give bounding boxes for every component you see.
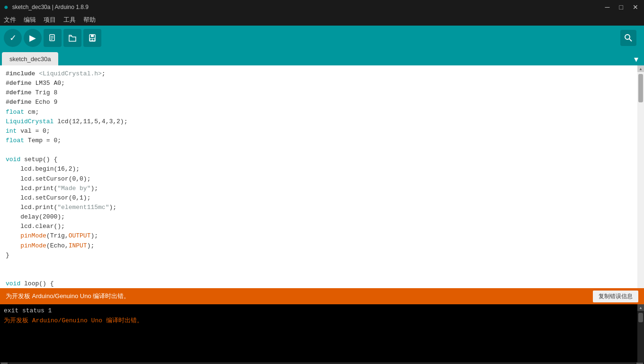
editor-area: #include <LiquidCrystal.h>; #define LM35…	[0, 65, 644, 288]
svg-rect-5	[91, 35, 94, 37]
menu-project[interactable]: 项目	[44, 16, 56, 24]
minimize-button[interactable]: ─	[603, 3, 612, 11]
console-area: exit status 1 为开发板 Arduino/Genuino Uno 编…	[0, 304, 644, 362]
tab-dropdown-button[interactable]: ▾	[630, 54, 642, 64]
console-line-2: 为开发板 Arduino/Genuino Uno 编译时出错。	[4, 315, 640, 326]
copy-error-button[interactable]: 复制错误信息	[593, 291, 638, 302]
app-icon: ●	[4, 3, 9, 11]
maximize-button[interactable]: □	[617, 3, 625, 11]
menu-file[interactable]: 文件	[4, 16, 16, 24]
menu-tools[interactable]: 工具	[63, 16, 76, 24]
menu-edit[interactable]: 编辑	[24, 16, 36, 24]
horizontal-scrollbar[interactable]: ◀ ▶	[0, 362, 644, 364]
save-button[interactable]	[83, 29, 101, 47]
verify-button[interactable]: ✓	[4, 29, 22, 47]
error-bar: 为开发板 Arduino/Genuino Uno 编译时出错。 复制错误信息	[0, 288, 644, 304]
error-message: 为开发板 Arduino/Genuino Uno 编译时出错。	[6, 292, 130, 300]
console-scroll-up[interactable]: ▲	[637, 304, 644, 311]
menu-help[interactable]: 帮助	[83, 16, 96, 24]
svg-line-9	[629, 39, 632, 41]
code-content[interactable]: #include <LiquidCrystal.h>; #define LM35…	[0, 65, 644, 288]
editor-scrollbar[interactable]: ▲	[637, 65, 644, 288]
console-scrollbar[interactable]: ▲	[637, 304, 644, 362]
upload-button[interactable]: ▶	[24, 29, 42, 47]
new-button[interactable]	[44, 29, 62, 47]
window-title: sketch_dec30a | Arduino 1.8.9	[12, 4, 89, 10]
tab-bar: sketch_dec30a ▾	[0, 50, 644, 65]
tab-sketch[interactable]: sketch_dec30a	[2, 52, 58, 65]
scroll-up-arrow[interactable]: ▲	[637, 65, 644, 72]
toolbar: ✓ ▶	[0, 26, 644, 50]
console-scroll-thumb[interactable]	[638, 313, 643, 322]
search-button[interactable]	[620, 30, 636, 46]
title-bar: ● sketch_dec30a | Arduino 1.8.9 ─ □ ✕	[0, 0, 644, 14]
svg-point-8	[625, 35, 630, 39]
menu-bar: 文件 编辑 项目 工具 帮助	[0, 14, 644, 26]
open-button[interactable]	[63, 29, 81, 47]
close-button[interactable]: ✕	[631, 3, 640, 11]
scroll-thumb[interactable]	[638, 74, 643, 102]
console-line-1: exit status 1	[4, 306, 640, 315]
